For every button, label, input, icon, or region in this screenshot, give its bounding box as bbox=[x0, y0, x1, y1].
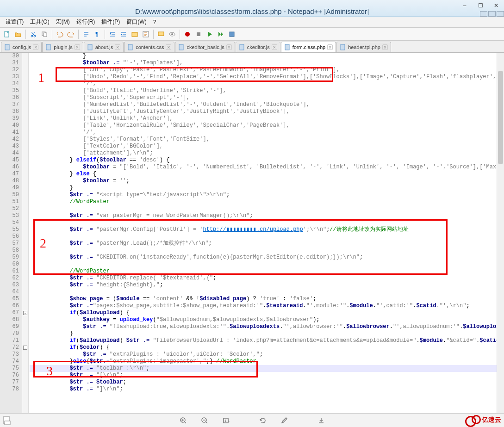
tab-about-js[interactable]: about.js× bbox=[84, 42, 124, 52]
zoom-in-icon[interactable] bbox=[178, 415, 188, 426]
editor[interactable]: 3031323334353637383940414243444546474849… bbox=[0, 53, 504, 419]
refresh-icon[interactable] bbox=[258, 415, 268, 426]
tab-header-tpl-php[interactable]: header.tpl.php× bbox=[336, 42, 391, 52]
indent-icon[interactable] bbox=[107, 29, 118, 39]
fold-marker[interactable]: - bbox=[23, 311, 27, 315]
code-line[interactable]: ['Cut','Copy','Paste','PasteText','Paste… bbox=[30, 67, 504, 74]
code-line[interactable]: } else { bbox=[30, 171, 504, 178]
menu-help[interactable]: ? bbox=[150, 18, 159, 26]
code-line[interactable]: $authkey = upload_key("$allowuploadnum,$… bbox=[30, 316, 504, 323]
code-line[interactable] bbox=[30, 205, 504, 212]
code-line[interactable]: if($color) { bbox=[30, 344, 504, 351]
code-line[interactable]: $str .= "extraPlugins : 'uicolor',uiColo… bbox=[30, 351, 504, 358]
code-line[interactable]: $str .= "]\r\n"; bbox=[30, 386, 504, 393]
titlebar-icon-3[interactable] bbox=[497, 11, 504, 17]
menu-tools[interactable]: 工具(O) bbox=[27, 17, 52, 27]
comment-icon[interactable] bbox=[156, 29, 166, 39]
code-line[interactable]: $str .= "[\r\n"; bbox=[30, 372, 504, 379]
code-line[interactable]: $str .= "pasterMgr.Config['PostUrl'] = '… bbox=[30, 226, 504, 233]
copy-icon[interactable] bbox=[39, 29, 50, 39]
outdent-icon[interactable] bbox=[118, 29, 129, 39]
code-line[interactable] bbox=[30, 289, 504, 296]
tab-close-icon[interactable]: × bbox=[115, 44, 120, 50]
code-line[interactable]: ['attachment'],\r\n"; bbox=[30, 150, 504, 157]
tab-close-icon[interactable]: × bbox=[33, 44, 38, 50]
code-line[interactable]: $str .= "var pasterMgr = new WordPasterM… bbox=[30, 212, 504, 219]
code-line[interactable]: '/', bbox=[30, 129, 504, 136]
code-line[interactable]: } bbox=[30, 330, 504, 337]
code-line[interactable]: $toolbar .= "'-','Templates'], bbox=[30, 60, 504, 67]
wordwrap-icon[interactable] bbox=[81, 29, 91, 39]
code-line[interactable] bbox=[30, 261, 504, 268]
tab-ckeditor-js[interactable]: ckeditor.js× bbox=[236, 42, 280, 52]
code-line[interactable]: ['Undo','Redo','-','Find','Replace','-',… bbox=[30, 74, 504, 80]
titlebar-icon-1[interactable] bbox=[480, 11, 487, 17]
code-area[interactable]: } $toolbar .= "'-','Templates'], ['Cut',… bbox=[29, 53, 504, 419]
redo-icon[interactable] bbox=[66, 29, 76, 39]
menu-run[interactable]: 运行(R) bbox=[74, 17, 98, 27]
code-line[interactable]: ['TextColor','BGColor'], bbox=[30, 143, 504, 150]
play-icon[interactable] bbox=[205, 29, 215, 39]
fast-forward-icon[interactable] bbox=[216, 29, 226, 39]
fold-marker[interactable]: - bbox=[23, 346, 27, 350]
code-line[interactable]: $str .= "CKEDITOR.replace( '$textareaid'… bbox=[30, 275, 504, 282]
code-line[interactable]: $str .= "toolbar :\r\n"; bbox=[30, 365, 504, 372]
code-line[interactable]: $toolbar = "['Bold', 'Italic', '-', 'Num… bbox=[30, 164, 504, 171]
edit-icon[interactable] bbox=[279, 415, 289, 426]
code-line[interactable]: ['Link','Unlink','Anchor'], bbox=[30, 115, 504, 122]
tab-close-icon[interactable]: × bbox=[382, 44, 388, 50]
code-line[interactable] bbox=[30, 247, 504, 254]
tab-close-icon[interactable]: × bbox=[166, 44, 171, 50]
tab-plugin-js[interactable]: plugin.js× bbox=[42, 42, 83, 52]
tab-close-icon[interactable]: × bbox=[75, 44, 80, 50]
tab-contents-css[interactable]: contents.css× bbox=[124, 42, 174, 52]
save-macro-icon[interactable] bbox=[227, 29, 237, 39]
code-line[interactable]: ['NumberedList','BulletedList','-','Outd… bbox=[30, 101, 504, 108]
tab-close-icon[interactable]: × bbox=[272, 44, 277, 50]
download-icon[interactable] bbox=[316, 415, 326, 426]
fold-margin[interactable]: -- bbox=[22, 53, 29, 419]
show-symbol-icon[interactable]: ¶ bbox=[92, 29, 102, 39]
menu-window[interactable]: 窗口(W) bbox=[124, 17, 149, 27]
scrollbar-thumb[interactable] bbox=[498, 71, 503, 164]
zoom-reset-icon[interactable]: 1:1 bbox=[221, 415, 231, 426]
vertical-scrollbar[interactable] bbox=[497, 53, 504, 419]
code-line[interactable]: ['JustifyLeft','JustifyCenter','JustifyR… bbox=[30, 108, 504, 115]
menu-plugins[interactable]: 插件(P) bbox=[99, 17, 123, 27]
code-line[interactable]: $str .= "CKEDITOR.on('instanceReady',fun… bbox=[30, 254, 504, 261]
code-line[interactable]: $show_page = ($module == 'content' && !$… bbox=[30, 296, 504, 303]
code-line[interactable]: $str .="pages:$show_page,subtitle:$show_… bbox=[30, 303, 504, 309]
code-line[interactable]: $str .= "<script type=\"text/javascript\… bbox=[30, 192, 504, 198]
code-line[interactable]: $str .= $toolbar; bbox=[30, 379, 504, 386]
code-line[interactable]: } elseif($toolbar == 'desc') { bbox=[30, 157, 504, 164]
eye-icon[interactable] bbox=[167, 29, 177, 39]
code-line[interactable]: } bbox=[30, 53, 504, 60]
code-line[interactable]: ['Styles','Format','Font','FontSize'], bbox=[30, 136, 504, 143]
code-line[interactable] bbox=[30, 219, 504, 226]
code-line[interactable]: '/', bbox=[30, 80, 504, 87]
code-line[interactable]: ['Subscript','Superscript','-'], bbox=[30, 94, 504, 101]
tab-config-js[interactable]: config.js× bbox=[1, 42, 42, 52]
function-list-icon[interactable] bbox=[141, 29, 151, 39]
folder-icon[interactable] bbox=[13, 29, 23, 39]
code-line[interactable] bbox=[30, 233, 504, 240]
maximize-button[interactable]: ☐ bbox=[473, 0, 488, 11]
tab-form-class-php[interactable]: form.class.php× bbox=[281, 42, 336, 52]
tab-close-icon[interactable]: × bbox=[327, 44, 333, 50]
minimize-button[interactable]: – bbox=[457, 0, 473, 11]
folder-view-icon[interactable] bbox=[130, 29, 140, 39]
code-line[interactable]: //WordPaster bbox=[30, 268, 504, 275]
code-line[interactable]: $str .= "pasterMgr.Load();/*加载控件*/\r\n"; bbox=[30, 240, 504, 247]
code-line[interactable]: $toolbar = ''; bbox=[30, 178, 504, 185]
code-line[interactable]: if($allowupload) $str .= "filebrowserUpl… bbox=[30, 337, 504, 344]
menu-settings[interactable]: 设置(T) bbox=[3, 17, 26, 27]
code-line[interactable]: if($allowupload) { bbox=[30, 309, 504, 316]
close-button[interactable]: ✕ bbox=[488, 0, 504, 11]
zoom-out-icon[interactable] bbox=[199, 415, 210, 426]
titlebar-icon-2[interactable] bbox=[488, 11, 496, 17]
code-line[interactable]: }else{$str.="extraPlugins:'imagepaster',… bbox=[30, 358, 504, 365]
code-line[interactable]: $str .= "flashupload:true,alowuploadexts… bbox=[30, 323, 504, 330]
record-icon[interactable] bbox=[182, 29, 193, 39]
code-line[interactable]: ['Bold','Italic','Underline','Strike','-… bbox=[30, 87, 504, 94]
cut-icon[interactable] bbox=[28, 29, 38, 39]
